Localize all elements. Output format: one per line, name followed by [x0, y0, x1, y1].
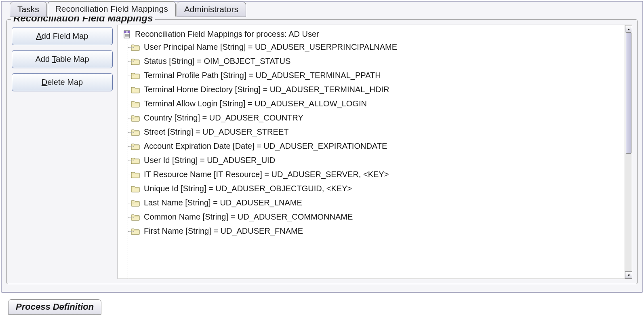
tree-item-label: Terminal Allow Login [String] = UD_ADUSE…: [144, 99, 367, 108]
tree-connector: [128, 146, 134, 147]
bottom-tabs: Process Definition: [8, 299, 101, 315]
tree-connector: [128, 76, 134, 76]
tree-content: R Reconciliation Field Mappings for proc…: [118, 25, 632, 279]
tree-item[interactable]: Account Expiration Date [Date] = UD_ADUS…: [131, 139, 627, 153]
scroll-down-button[interactable]: ▾: [625, 271, 632, 279]
tree-item[interactable]: User Principal Name [String] = UD_ADUSER…: [131, 40, 627, 54]
main-panel: Tasks Reconciliation Field Mappings Admi…: [1, 1, 643, 293]
add-field-map-button[interactable]: Add Field Map: [12, 27, 113, 45]
tree-item[interactable]: Street [String] = UD_ADUSER_STREET: [131, 125, 627, 139]
tree-item[interactable]: Terminal Allow Login [String] = UD_ADUSE…: [131, 97, 627, 111]
content-area: Add Field Map Add Table Map Delete Map R: [12, 25, 632, 279]
tree-item-label: Common Name [String] = UD_ADUSER_COMMONN…: [144, 212, 353, 222]
tree-item-label: Terminal Profile Path [String] = UD_ADUS…: [144, 71, 381, 80]
tab-administrators[interactable]: Administrators: [177, 2, 246, 17]
tree-item[interactable]: Terminal Home Directory [String] = UD_AD…: [131, 82, 627, 97]
scroll-up-button[interactable]: ▴: [625, 25, 632, 32]
tree-panel: R Reconciliation Field Mappings for proc…: [118, 25, 632, 279]
tree-item[interactable]: Country [String] = UD_ADUSER_COUNTRY: [131, 111, 627, 125]
tree-root-label: Reconciliation Field Mappings for proces…: [135, 30, 319, 39]
tree-item[interactable]: Status [String] = OIM_OBJECT_STATUS: [131, 54, 627, 68]
tree-item-label: User Id [String] = UD_ADUSER_UID: [144, 156, 275, 165]
tree-item[interactable]: Common Name [String] = UD_ADUSER_COMMONN…: [131, 210, 627, 224]
document-icon: R: [123, 30, 132, 39]
tree-connector: [128, 175, 134, 175]
tree-item-label: Unique Id [String] = UD_ADUSER_OBJECTGUI…: [144, 184, 352, 193]
tree-connector: [128, 132, 134, 133]
tree-connector: [128, 61, 134, 62]
tab-tasks[interactable]: Tasks: [10, 2, 47, 17]
tree-item-label: User Principal Name [String] = UD_ADUSER…: [144, 42, 397, 52]
svg-text:R: R: [126, 31, 128, 33]
tree-connector: [128, 189, 134, 189]
tree-connector: [128, 231, 134, 232]
tree-item[interactable]: Unique Id [String] = UD_ADUSER_OBJECTGUI…: [131, 182, 627, 196]
tree-item-label: IT Resource Name [IT Resource] = UD_ADUS…: [144, 170, 389, 179]
delete-map-button[interactable]: Delete Map: [12, 73, 113, 91]
tree-item[interactable]: Last Name [String] = UD_ADUSER_LNAME: [131, 196, 627, 210]
tree-item-label: Account Expiration Date [Date] = UD_ADUS…: [144, 142, 387, 151]
tree-connector: [128, 90, 134, 90]
top-tabs: Tasks Reconciliation Field Mappings Admi…: [2, 1, 642, 16]
tree-item-label: Street [String] = UD_ADUSER_STREET: [144, 127, 288, 137]
tree-connector: [128, 47, 134, 48]
tree-item[interactable]: User Id [String] = UD_ADUSER_UID: [131, 153, 627, 167]
tree-root[interactable]: R Reconciliation Field Mappings for proc…: [123, 28, 627, 40]
tree-connector: [128, 203, 134, 203]
tree-item[interactable]: Terminal Profile Path [String] = UD_ADUS…: [131, 68, 627, 82]
tree-item-label: Terminal Home Directory [String] = UD_AD…: [144, 85, 389, 94]
tab-reconciliation-field-mappings[interactable]: Reconciliation Field Mappings: [48, 1, 176, 17]
field-mappings-group: Reconciliation Field Mappings Add Field …: [6, 19, 638, 284]
tree-item-label: Last Name [String] = UD_ADUSER_LNAME: [144, 198, 302, 207]
tree-item[interactable]: IT Resource Name [IT Resource] = UD_ADUS…: [131, 167, 627, 182]
tree-item[interactable]: First Name [String] = UD_ADUSER_FNAME: [131, 224, 627, 238]
tree-children: User Principal Name [String] = UD_ADUSER…: [123, 40, 627, 238]
tree-connector: [128, 118, 134, 118]
tree-connector: [128, 217, 134, 218]
action-buttons: Add Field Map Add Table Map Delete Map: [12, 25, 113, 279]
tree-item-label: Status [String] = OIM_OBJECT_STATUS: [144, 57, 290, 66]
add-table-map-button[interactable]: Add Table Map: [12, 50, 113, 68]
scrollbar-vertical[interactable]: ▴ ▾: [625, 25, 632, 279]
scrollbar-thumb[interactable]: [626, 32, 631, 154]
tree-connector: [128, 104, 134, 104]
tree-item-label: Country [String] = UD_ADUSER_COUNTRY: [144, 113, 303, 123]
tree-connector: [128, 161, 134, 161]
tab-process-definition[interactable]: Process Definition: [8, 299, 101, 315]
tree-item-label: First Name [String] = UD_ADUSER_FNAME: [144, 226, 303, 236]
